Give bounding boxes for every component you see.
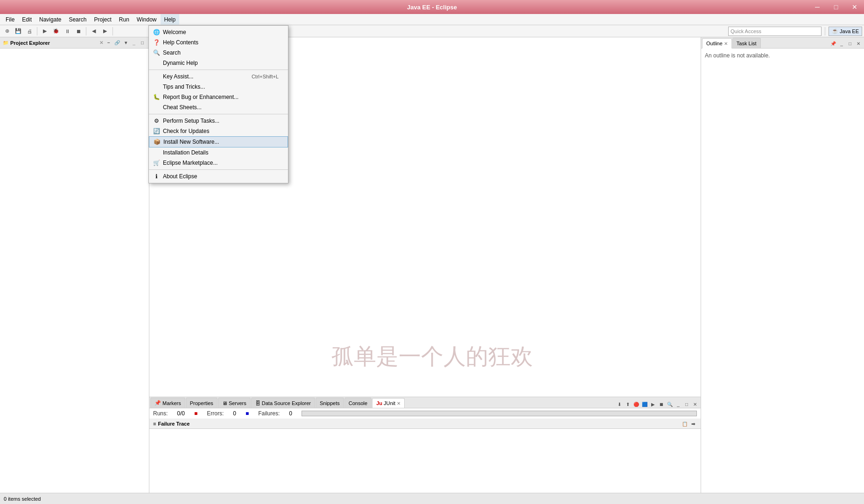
toolbar-pause-btn[interactable]: ⏸ [62, 26, 72, 36]
help-contents-icon: ❓ [153, 39, 160, 46]
bottom-toolbar-btn2[interactable]: ⬆ [624, 400, 632, 408]
left-panel: 📁 Project Explorer ✕ − 🔗 ▾ _ □ [0, 37, 149, 493]
quick-access-input[interactable]: Quick Access [728, 27, 822, 36]
bottom-close-btn[interactable]: ✕ [691, 400, 699, 408]
bottom-panel: 📌 Markers Properties 🖥 Servers 🗄 Data So… [149, 397, 701, 504]
tab-markers[interactable]: 📌 Markers [150, 398, 185, 408]
view-menu-btn[interactable]: ▾ [122, 39, 129, 47]
toolbar-debug-btn[interactable]: 🐞 [51, 26, 61, 36]
menu-installation-details[interactable]: Installation Details [149, 147, 288, 158]
menu-file[interactable]: File [2, 14, 18, 25]
tab-properties[interactable]: Properties [186, 398, 218, 408]
datasource-label: Data Source Explorer [262, 400, 311, 406]
menu-about[interactable]: ℹ About Eclipse [149, 171, 288, 182]
project-explorer-header: 📁 Project Explorer ✕ − 🔗 ▾ _ □ [0, 37, 149, 49]
menu-key-assist[interactable]: Key Assist... Ctrl+Shift+L [149, 71, 288, 82]
toolbar-run-btn[interactable]: ▶ [40, 26, 50, 36]
cheat-icon [153, 104, 160, 111]
right-maximize-btn[interactable]: □ [846, 40, 854, 47]
toolbar-stop-btn[interactable]: ⏹ [73, 26, 84, 36]
menu-cheat-sheets[interactable]: Cheat Sheets... [149, 102, 288, 112]
bottom-toolbar-btn5[interactable]: ▶ [649, 400, 657, 408]
right-close-btn[interactable]: ✕ [855, 40, 862, 47]
menu-setup-tasks[interactable]: ⚙ Perform Setup Tasks... [149, 116, 288, 126]
about-label: About Eclipse [163, 173, 197, 180]
markers-icon: 📌 [155, 400, 161, 406]
maximize-button[interactable]: □ [827, 0, 845, 14]
menu-navigate[interactable]: Navigate [35, 14, 65, 25]
tab-datasource[interactable]: 🗄 Data Source Explorer [251, 398, 315, 408]
junit-progress-bar [302, 411, 697, 416]
tab-outline[interactable]: Outline ✕ [702, 38, 732, 49]
outline-tab-close[interactable]: ✕ [724, 41, 728, 46]
key-assist-icon [153, 73, 160, 80]
menu-marketplace[interactable]: 🛒 Eclipse Marketplace... [149, 158, 288, 168]
tab-servers[interactable]: 🖥 Servers [218, 398, 251, 408]
failure-trace-next-btn[interactable]: ➡ [689, 420, 697, 427]
tab-snippets[interactable]: Snippets [316, 398, 344, 408]
toolbar-right: Quick Access ☕ Java EE [728, 27, 862, 36]
window-controls: ─ □ ✕ [808, 0, 864, 14]
servers-icon: 🖥 [222, 400, 227, 406]
toolbar-sep2 [86, 27, 86, 35]
project-explorer-icon: 📁 [3, 40, 8, 45]
menu-install-software[interactable]: 📦 Install New Software... [149, 136, 288, 147]
menu-search[interactable]: 🔍 Search [149, 48, 288, 58]
marketplace-icon: 🛒 [153, 159, 160, 167]
bottom-toolbar-btn6[interactable]: ⏹ [658, 400, 665, 408]
failure-trace-copy-btn[interactable]: 📋 [681, 420, 688, 427]
toolbar-save-btn[interactable]: 💾 [13, 26, 23, 36]
link-editor-btn[interactable]: 🔗 [113, 39, 121, 47]
install-software-label: Install New Software... [163, 139, 219, 145]
bottom-toolbar-btn4[interactable]: 🟦 [641, 400, 648, 408]
menu-help-contents[interactable]: ❓ Help Contents [149, 37, 288, 48]
check-updates-label: Check for Updates [163, 128, 209, 134]
bottom-toolbar-btn7[interactable]: 🔍 [666, 400, 674, 408]
junit-tab-close[interactable]: ✕ [397, 401, 400, 406]
toolbar-back-btn[interactable]: ◀ [89, 26, 99, 36]
runs-label: Runs: [153, 410, 168, 417]
menu-sep2 [149, 114, 288, 114]
menu-window[interactable]: Window [133, 14, 161, 25]
tab-console[interactable]: Console [344, 398, 372, 408]
menu-help[interactable]: Help [161, 14, 180, 25]
right-minimize-btn[interactable]: _ [838, 40, 845, 47]
bottom-minimize-btn[interactable]: _ [674, 400, 682, 408]
bottom-toolbar-right: ⬇ ⬆ 🔴 🟦 ▶ ⏹ 🔍 _ □ ✕ [616, 400, 701, 408]
bottom-toolbar-btn3[interactable]: 🔴 [632, 400, 640, 408]
outline-message: An outline is not available. [705, 52, 770, 59]
errors-value: 0 [233, 410, 236, 417]
right-pin-btn[interactable]: 📌 [829, 40, 837, 47]
junit-stats-row: Runs: 0/0 ■ Errors: 0 ■ Failures: 0 [149, 408, 701, 419]
menu-edit[interactable]: Edit [18, 14, 35, 25]
menu-check-updates[interactable]: 🔄 Check for Updates [149, 126, 288, 136]
menu-sep1 [149, 70, 288, 70]
menu-project[interactable]: Project [90, 14, 115, 25]
toolbar-forward-btn[interactable]: ▶ [100, 26, 110, 36]
bottom-tab-bar: 📌 Markers Properties 🖥 Servers 🗄 Data So… [149, 397, 701, 408]
menu-tips-tricks[interactable]: Tips and Tricks... [149, 82, 288, 92]
menu-report-bug[interactable]: 🐛 Report Bug or Enhancement... [149, 92, 288, 102]
perspective-button[interactable]: ☕ Java EE [829, 27, 862, 36]
bottom-maximize-btn[interactable]: □ [683, 400, 690, 408]
menu-welcome[interactable]: 🌐 Welcome [149, 27, 288, 37]
bottom-toolbar-btn1[interactable]: ⬇ [616, 400, 623, 408]
toolbar-new-btn[interactable]: ⊕ [2, 26, 12, 36]
key-assist-label: Key Assist... [163, 73, 193, 80]
tab-junit[interactable]: Ju JUnit ✕ [372, 398, 405, 408]
toolbar-print-btn[interactable]: 🖨 [24, 26, 35, 36]
menu-dynamic-help[interactable]: Dynamic Help [149, 58, 288, 68]
welcome-icon: 🌐 [153, 28, 160, 36]
failure-trace-label: Failure Trace [158, 421, 190, 427]
minimize-panel-btn[interactable]: _ [130, 39, 138, 47]
collapse-all-btn[interactable]: − [105, 39, 112, 47]
menu-run[interactable]: Run [115, 14, 133, 25]
failure-trace-icon: ≡ [153, 421, 156, 427]
tab-tasklist[interactable]: Task List [732, 38, 761, 48]
close-button[interactable]: ✕ [845, 0, 864, 14]
menu-search[interactable]: Search [65, 14, 90, 25]
marketplace-label: Eclipse Marketplace... [163, 160, 218, 166]
minimize-button[interactable]: ─ [808, 0, 827, 14]
welcome-label: Welcome [163, 29, 186, 35]
maximize-panel-btn[interactable]: □ [139, 39, 146, 47]
